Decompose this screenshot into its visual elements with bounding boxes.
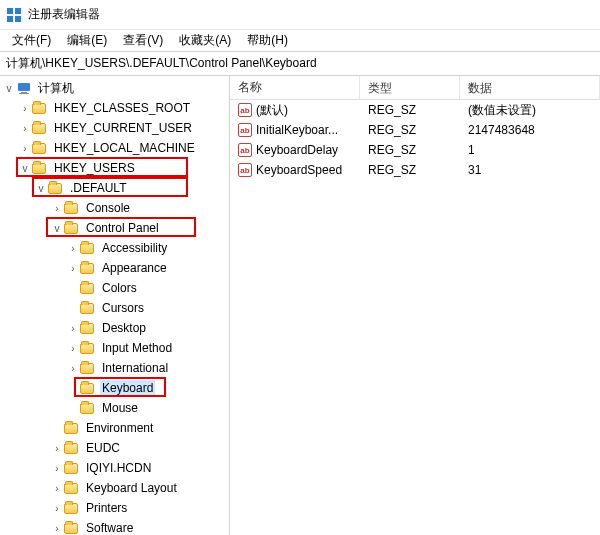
address-path: 计算机\HKEY_USERS\.DEFAULT\Control Panel\Ke… [6,55,317,72]
col-header-data[interactable]: 数据 [460,76,600,99]
tree-accessibility[interactable]: › Accessibility [0,238,229,258]
folder-icon [64,460,80,476]
value-type: REG_SZ [360,141,460,159]
tree-desktop[interactable]: › Desktop [0,318,229,338]
string-value-icon: ab [238,143,252,157]
folder-icon [80,360,96,376]
tree-label: .DEFAULT [68,180,128,196]
menu-view[interactable]: 查看(V) [115,30,171,51]
list-header: 名称 类型 数据 [230,76,600,100]
col-header-type[interactable]: 类型 [360,76,460,99]
tree-international[interactable]: › International [0,358,229,378]
folder-icon [64,420,80,436]
folder-icon [32,160,48,176]
expander-icon[interactable]: v [34,183,48,194]
computer-icon [16,80,32,96]
list-row[interactable]: abKeyboardDelay REG_SZ 1 [230,140,600,160]
titlebar: 注册表编辑器 [0,0,600,30]
value-list[interactable]: 名称 类型 数据 ab(默认) REG_SZ (数值未设置) abInitial… [230,76,600,535]
content: v 计算机 › HKEY_CLASSES_ROOT › HKEY_CURRENT… [0,76,600,535]
menu-help[interactable]: 帮助(H) [239,30,296,51]
tree-keyboard[interactable]: Keyboard [0,378,229,398]
tree-iqiyi[interactable]: › IQIYI.HCDN [0,458,229,478]
folder-icon [64,200,80,216]
svg-rect-1 [15,8,21,14]
expander-icon[interactable]: v [2,83,16,94]
folder-icon [80,340,96,356]
expander-icon[interactable]: › [66,323,80,334]
tree-hkcu[interactable]: › HKEY_CURRENT_USER [0,118,229,138]
expander-icon[interactable]: › [50,463,64,474]
tree-label: IQIYI.HCDN [84,460,153,476]
expander-icon[interactable]: › [18,143,32,154]
expander-icon[interactable]: › [66,243,80,254]
tree-appearance[interactable]: › Appearance [0,258,229,278]
tree-view[interactable]: v 计算机 › HKEY_CLASSES_ROOT › HKEY_CURRENT… [0,76,230,535]
expander-icon[interactable]: › [50,523,64,534]
tree-eudc[interactable]: › EUDC [0,438,229,458]
tree-label: Control Panel [84,220,161,236]
value-name: (默认) [256,102,288,119]
tree-label: 计算机 [36,79,76,98]
tree-console[interactable]: › Console [0,198,229,218]
menubar: 文件(F) 编辑(E) 查看(V) 收藏夹(A) 帮助(H) [0,30,600,52]
folder-icon [64,500,80,516]
tree-hklm[interactable]: › HKEY_LOCAL_MACHINE [0,138,229,158]
folder-icon [64,480,80,496]
expander-icon[interactable]: › [66,363,80,374]
value-data: 2147483648 [460,121,600,139]
expander-icon[interactable]: › [50,483,64,494]
expander-icon[interactable]: › [66,343,80,354]
string-value-icon: ab [238,123,252,137]
tree-label: EUDC [84,440,122,456]
value-name: KeyboardSpeed [256,163,342,177]
tree-hkcr[interactable]: › HKEY_CLASSES_ROOT [0,98,229,118]
expander-icon[interactable]: › [18,103,32,114]
svg-rect-4 [18,83,30,91]
tree-mouse[interactable]: Mouse [0,398,229,418]
folder-icon [80,400,96,416]
tree-label: Printers [84,500,129,516]
list-row[interactable]: abInitialKeyboar... REG_SZ 2147483648 [230,120,600,140]
tree-printers[interactable]: › Printers [0,498,229,518]
value-name: KeyboardDelay [256,143,338,157]
folder-icon [32,100,48,116]
col-header-name[interactable]: 名称 [230,76,360,99]
tree-label: Colors [100,280,139,296]
tree-input-method[interactable]: › Input Method [0,338,229,358]
svg-rect-3 [15,16,21,22]
tree-control-panel[interactable]: v Control Panel [0,218,229,238]
tree-environment[interactable]: Environment [0,418,229,438]
expander-icon[interactable]: v [50,223,64,234]
expander-icon[interactable]: › [50,503,64,514]
menu-edit[interactable]: 编辑(E) [59,30,115,51]
value-type: REG_SZ [360,161,460,179]
tree-label: Keyboard Layout [84,480,179,496]
menu-file[interactable]: 文件(F) [4,30,59,51]
expander-icon[interactable]: › [50,203,64,214]
menu-favorites[interactable]: 收藏夹(A) [171,30,239,51]
list-row[interactable]: ab(默认) REG_SZ (数值未设置) [230,100,600,120]
tree-label: Console [84,200,132,216]
value-type: REG_SZ [360,101,460,119]
tree-hku[interactable]: v HKEY_USERS [0,158,229,178]
expander-icon[interactable]: › [18,123,32,134]
tree-root[interactable]: v 计算机 [0,78,229,98]
tree-label: Keyboard [100,380,155,396]
tree-default[interactable]: v .DEFAULT [0,178,229,198]
list-row[interactable]: abKeyboardSpeed REG_SZ 31 [230,160,600,180]
tree-keyboard-layout[interactable]: › Keyboard Layout [0,478,229,498]
folder-icon [48,180,64,196]
address-bar[interactable]: 计算机\HKEY_USERS\.DEFAULT\Control Panel\Ke… [0,52,600,76]
expander-icon[interactable]: › [66,263,80,274]
folder-icon [80,240,96,256]
tree-colors[interactable]: Colors [0,278,229,298]
expander-icon[interactable]: v [18,163,32,174]
tree-software[interactable]: › Software [0,518,229,535]
value-data: 31 [460,161,600,179]
tree-label: Accessibility [100,240,169,256]
tree-label: HKEY_CLASSES_ROOT [52,100,192,116]
tree-cursors[interactable]: Cursors [0,298,229,318]
expander-icon[interactable]: › [50,443,64,454]
value-data: (数值未设置) [460,100,600,121]
